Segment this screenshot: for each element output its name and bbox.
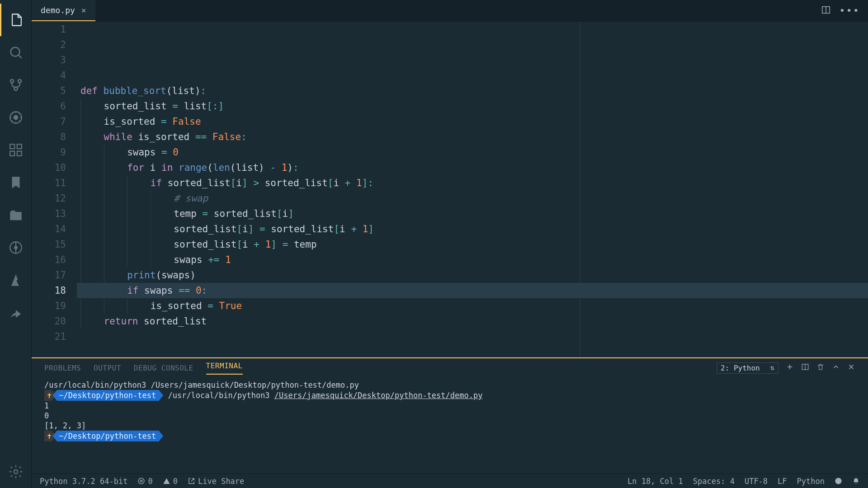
close-panel-icon[interactable] xyxy=(847,363,855,373)
svg-rect-9 xyxy=(17,144,22,149)
panel-tabs: PROBLEMS OUTPUT DEBUG CONSOLE TERMINAL 2… xyxy=(32,358,868,377)
split-editor-icon[interactable] xyxy=(821,5,831,17)
line-gutter: 123456789101112131415161718192021 xyxy=(32,22,77,357)
status-errors[interactable]: 0 xyxy=(137,477,152,486)
bottom-panel: PROBLEMS OUTPUT DEBUG CONSOLE TERMINAL 2… xyxy=(32,358,868,474)
svg-point-0 xyxy=(11,47,20,56)
debug-icon[interactable] xyxy=(0,101,32,134)
quokka-icon[interactable] xyxy=(0,264,32,296)
status-language[interactable]: Python xyxy=(797,477,825,486)
gitlens-icon[interactable] xyxy=(0,231,32,264)
settings-gear-icon[interactable] xyxy=(0,455,32,488)
new-terminal-icon[interactable] xyxy=(786,363,794,373)
svg-rect-8 xyxy=(17,151,22,156)
more-actions-icon[interactable]: ••• xyxy=(839,5,860,16)
code-editor[interactable]: 123456789101112131415161718192021 def bu… xyxy=(32,22,868,358)
svg-point-5 xyxy=(14,116,18,120)
explorer-icon[interactable] xyxy=(0,4,32,36)
terminal-output[interactable]: /usr/local/bin/python3 /Users/jamesquick… xyxy=(32,377,868,474)
panel-tab-debug-console[interactable]: DEBUG CONSOLE xyxy=(134,364,193,372)
status-bar: Python 3.7.2 64-bit 0 0 Live Share Ln 18… xyxy=(32,474,868,488)
main-column: demo.py × ••• 12345678910111213141516171… xyxy=(32,0,868,488)
tab-filename: demo.py xyxy=(41,5,75,15)
status-encoding[interactable]: UTF-8 xyxy=(745,477,768,486)
code-area[interactable]: def bubble_sort(list): sorted_list = lis… xyxy=(77,22,868,357)
liveshare-icon[interactable] xyxy=(0,296,32,329)
status-eol[interactable]: LF xyxy=(778,477,787,486)
close-icon[interactable]: × xyxy=(81,5,86,15)
project-icon[interactable] xyxy=(0,199,32,231)
panel-tab-terminal[interactable]: TERMINAL xyxy=(206,361,243,375)
kill-terminal-icon[interactable] xyxy=(816,363,825,373)
status-warnings[interactable]: 0 xyxy=(163,477,178,486)
status-ln-col[interactable]: Ln 18, Col 1 xyxy=(627,477,683,486)
activity-bar xyxy=(0,0,32,488)
svg-point-16 xyxy=(835,478,841,484)
status-spaces[interactable]: Spaces: 4 xyxy=(693,477,735,486)
status-live-share[interactable]: Live Share xyxy=(188,477,244,486)
svg-point-2 xyxy=(18,80,21,83)
terminal-selector[interactable]: 2: Python xyxy=(717,362,778,374)
status-bell-icon[interactable] xyxy=(852,477,860,485)
svg-point-12 xyxy=(14,470,18,474)
tab-demo-py[interactable]: demo.py × xyxy=(32,0,95,21)
extensions-icon[interactable] xyxy=(0,134,32,166)
panel-tab-output[interactable]: OUTPUT xyxy=(94,364,121,372)
source-control-icon[interactable] xyxy=(0,69,32,101)
svg-point-1 xyxy=(10,80,14,83)
svg-rect-6 xyxy=(10,144,14,149)
split-terminal-icon[interactable] xyxy=(801,363,809,373)
terminal-select[interactable]: 2: Python xyxy=(717,362,778,374)
search-icon[interactable] xyxy=(0,36,32,69)
bookmark-icon[interactable] xyxy=(0,166,32,199)
status-feedback-icon[interactable] xyxy=(835,477,842,485)
editor-tabs: demo.py × ••• xyxy=(32,0,868,22)
svg-point-11 xyxy=(14,246,17,249)
maximize-panel-icon[interactable] xyxy=(832,363,840,373)
status-python-env[interactable]: Python 3.7.2 64-bit xyxy=(40,477,127,486)
svg-rect-7 xyxy=(10,151,14,156)
panel-tab-problems[interactable]: PROBLEMS xyxy=(44,364,81,372)
